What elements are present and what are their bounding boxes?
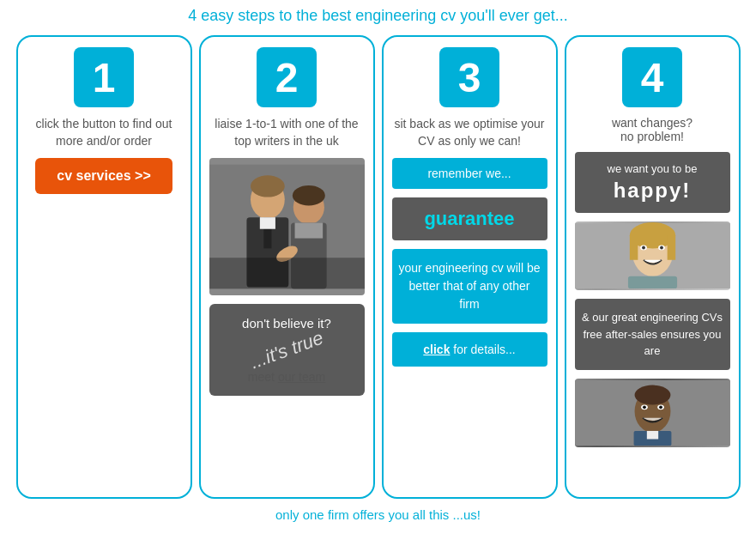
remember-text: remember we...: [427, 167, 511, 180]
cv-services-button[interactable]: cv services >>: [35, 158, 172, 194]
svg-point-2: [250, 175, 284, 197]
card-4: 4 want changes? no problem! we want you …: [565, 35, 741, 499]
svg-rect-9: [294, 223, 323, 239]
happy-box: we want you to be happy!: [575, 152, 730, 213]
guarantee-box: guarantee: [392, 197, 547, 240]
for-details-text: for details...: [453, 343, 515, 356]
happy-text: happy!: [582, 179, 723, 203]
step-4-number: 4: [622, 47, 682, 107]
svg-rect-30: [646, 430, 657, 439]
we-want-text: we want you to be: [582, 162, 723, 175]
remember-box: remember we...: [392, 158, 547, 189]
team-photo-svg: [209, 158, 365, 295]
meet-team-text: meet our team: [218, 370, 356, 384]
step-2-number: 2: [257, 47, 317, 107]
after-sales-text: & our great engineering CVs free after-s…: [582, 311, 723, 357]
engineering-cv-text: your engineering cv will be better that …: [399, 261, 541, 311]
svg-rect-21: [627, 276, 676, 288]
step-3-number: 3: [439, 47, 499, 107]
step-3-description: sit back as we optimise your CV as only …: [392, 116, 547, 149]
svg-point-19: [642, 246, 645, 250]
svg-rect-11: [209, 258, 365, 288]
want-changes-text: want changes? no problem!: [612, 116, 692, 143]
svg-rect-15: [629, 235, 638, 260]
smile-photo-2-svg: [575, 379, 730, 447]
svg-point-24: [634, 385, 670, 404]
svg-point-28: [659, 405, 662, 409]
step-1-description: click the button to find out more and/or…: [27, 116, 182, 149]
smile-photo-1-svg: [575, 221, 730, 290]
dont-believe-box: don't believe it? ...it's true meet our …: [209, 304, 365, 396]
svg-point-7: [292, 185, 324, 206]
guarantee-text: guarantee: [424, 208, 514, 229]
card-3: 3 sit back as we optimise your CV as onl…: [382, 35, 558, 499]
footer-text: only one firm offers you all this ...us!: [7, 507, 749, 522]
main-title: 4 easy steps to the best engineering cv …: [7, 7, 749, 25]
svg-point-27: [643, 405, 646, 409]
svg-rect-16: [667, 235, 675, 260]
click-link[interactable]: click: [423, 343, 450, 356]
smile-photo-1: [575, 221, 730, 290]
step-1-number: 1: [74, 47, 134, 107]
click-details-box[interactable]: click for details...: [392, 332, 547, 367]
svg-rect-5: [259, 217, 275, 229]
svg-point-20: [660, 246, 663, 250]
dont-believe-text: don't believe it?: [218, 316, 356, 331]
step-2-description: liaise 1-to-1 with one of the top writer…: [209, 116, 365, 149]
team-photo: [209, 158, 365, 295]
its-true-text: ...it's true: [247, 327, 326, 374]
card-1: 1 click the button to find out more and/…: [16, 35, 192, 499]
after-sales-box: & our great engineering CVs free after-s…: [575, 299, 730, 370]
our-team-link[interactable]: our team: [278, 370, 325, 384]
cards-container: 1 click the button to find out more and/…: [7, 35, 749, 499]
engineering-cv-box: your engineering cv will be better that …: [392, 249, 547, 324]
smile-photo-2: [575, 379, 730, 447]
card-2: 2 liaise 1-to-1 with one of the top writ…: [199, 35, 375, 499]
